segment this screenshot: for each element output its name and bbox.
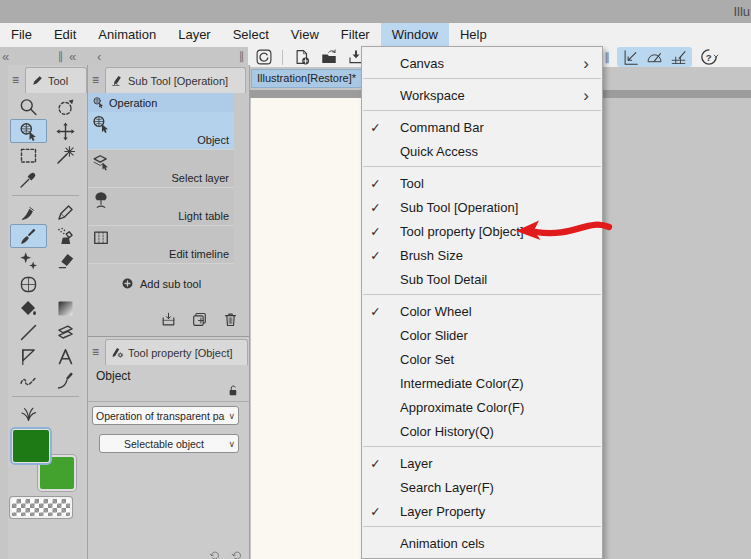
transparent-color-swatch[interactable] bbox=[10, 497, 72, 518]
window-menu-item-animation-cels[interactable]: Animation cels bbox=[362, 531, 602, 555]
add-subtool-button[interactable]: Add sub tool bbox=[88, 277, 234, 290]
window-menu-item-quick-access[interactable]: Quick Access bbox=[362, 139, 602, 163]
subtool-panel-tab[interactable]: Sub Tool [Operation] bbox=[105, 67, 246, 93]
liquify-tool-button[interactable] bbox=[47, 368, 84, 392]
collapse-subtool-panel-icon[interactable]: ‹ bbox=[97, 50, 101, 63]
panel-menu-icon[interactable]: ≡ bbox=[92, 73, 99, 87]
main-color-swatch[interactable] bbox=[10, 427, 52, 465]
delete-subtool-icon[interactable] bbox=[222, 311, 239, 328]
add-subtool-icon[interactable] bbox=[191, 311, 208, 328]
snap-grid-button[interactable] bbox=[669, 48, 688, 67]
check-icon: ✓ bbox=[362, 120, 389, 135]
menu-separator bbox=[362, 107, 602, 115]
submenu-arrow-icon: › bbox=[583, 55, 589, 72]
window-title: Illu bbox=[733, 4, 750, 19]
ruler-tool-button[interactable] bbox=[10, 344, 47, 368]
text-tool-button[interactable] bbox=[47, 344, 84, 368]
menubar-item-layer[interactable]: Layer bbox=[167, 23, 222, 47]
tool-property-tab[interactable]: Tool property [Object] bbox=[105, 339, 248, 365]
pencil-tool-button[interactable] bbox=[47, 200, 84, 224]
airbrush-tool-button[interactable] bbox=[47, 224, 84, 248]
lock-open-icon[interactable] bbox=[225, 383, 240, 398]
grid-tool-button[interactable] bbox=[10, 272, 47, 296]
fill-tool-button[interactable] bbox=[10, 296, 47, 320]
help-button[interactable]: ? bbox=[699, 47, 719, 67]
menu-item-label: Layer bbox=[400, 456, 433, 471]
menubar-item-view[interactable]: View bbox=[280, 23, 330, 47]
eyedropper-tool-button[interactable] bbox=[10, 167, 47, 191]
subtool-list: ObjectSelect layerLight tableEdit timeli… bbox=[88, 112, 249, 264]
transparent-part-dropdown[interactable]: Operation of transparent part ∨ bbox=[92, 406, 239, 425]
subtool-item-light-table[interactable]: Light table bbox=[88, 188, 234, 226]
window-menu-item-tool[interactable]: ✓Tool bbox=[362, 171, 602, 195]
subtool-group-operation[interactable]: Operation bbox=[88, 93, 234, 112]
command-bar-grip-icon[interactable]: ∥ bbox=[239, 51, 245, 62]
move-tool-button[interactable] bbox=[47, 119, 84, 143]
snap-special-ruler-button[interactable] bbox=[645, 48, 664, 67]
fill-tool-icon bbox=[18, 298, 39, 319]
rotate-tool-button[interactable] bbox=[47, 95, 84, 119]
document-tab[interactable]: Illustration[Restore]* bbox=[251, 69, 365, 88]
decoration-tool-icon bbox=[18, 250, 39, 271]
import-subtool-icon[interactable] bbox=[160, 311, 177, 328]
reset-all-icon[interactable] bbox=[230, 548, 244, 559]
subtool-item-select-layer[interactable]: Select layer bbox=[88, 150, 234, 188]
new-document-button[interactable] bbox=[290, 48, 313, 66]
operation-tool-button[interactable] bbox=[10, 119, 47, 143]
menubar-item-window[interactable]: Window bbox=[381, 23, 449, 47]
pen-tool-button[interactable] bbox=[10, 200, 47, 224]
panel-menu-icon[interactable]: ≡ bbox=[92, 345, 99, 359]
menubar-item-animation[interactable]: Animation bbox=[87, 23, 167, 47]
menubar-item-file[interactable]: File bbox=[0, 23, 43, 47]
panel-menu-icon[interactable]: ≡ bbox=[12, 73, 19, 87]
auto-select-tool-button[interactable] bbox=[47, 143, 84, 167]
decoration-tool-button[interactable] bbox=[10, 248, 47, 272]
operation-group-icon bbox=[92, 96, 105, 109]
tool-grid bbox=[8, 93, 87, 425]
frame-border-tool-button[interactable] bbox=[47, 320, 84, 344]
menubar-item-edit[interactable]: Edit bbox=[43, 23, 87, 47]
brush-tool-button[interactable] bbox=[10, 224, 47, 248]
window-menu-item-command-bar[interactable]: ✓Command Bar bbox=[362, 115, 602, 139]
zoom-tool-button[interactable] bbox=[10, 95, 47, 119]
panel-grip-icon[interactable]: ∥ bbox=[58, 51, 64, 62]
subtool-item-label: Light table bbox=[178, 210, 229, 222]
window-menu-item-sub-tool-detail[interactable]: Sub Tool Detail bbox=[362, 267, 602, 291]
subtool-item-edit-timeline[interactable]: Edit timeline bbox=[88, 226, 234, 264]
window-menu-item-color-set[interactable]: Color Set bbox=[362, 347, 602, 371]
grass-tool-button[interactable] bbox=[10, 401, 47, 425]
menu-item-label: Approximate Color(F) bbox=[400, 400, 524, 415]
window-menu-item-workspace[interactable]: Workspace› bbox=[362, 83, 602, 107]
tool-panel-tab[interactable]: Tool bbox=[25, 67, 87, 93]
open-file-button[interactable] bbox=[317, 48, 340, 66]
menubar-item-filter[interactable]: Filter bbox=[330, 23, 381, 47]
selectable-object-dropdown[interactable]: Selectable object ∨ bbox=[99, 434, 239, 453]
reset-icon[interactable] bbox=[208, 548, 222, 559]
menubar-item-select[interactable]: Select bbox=[222, 23, 280, 47]
window-menu-item-layer-property[interactable]: ✓Layer Property bbox=[362, 499, 602, 523]
pen-gear-icon bbox=[111, 346, 124, 359]
window-menu-item-color-history-q[interactable]: Color History(Q) bbox=[362, 419, 602, 443]
collapse-tool-panel-icon[interactable]: « bbox=[69, 50, 76, 63]
eraser-tool-icon bbox=[55, 250, 76, 271]
correct-line-tool-button[interactable] bbox=[10, 368, 47, 392]
subtool-item-object[interactable]: Object bbox=[88, 112, 234, 150]
window-menu-item-canvas[interactable]: Canvas› bbox=[362, 51, 602, 75]
figure-tool-button[interactable] bbox=[10, 320, 47, 344]
edit-timeline-icon bbox=[91, 228, 111, 248]
menu-separator bbox=[362, 163, 602, 171]
window-menu-item-intermediate-color-z[interactable]: Intermediate Color(Z) bbox=[362, 371, 602, 395]
window-menu-item-layer[interactable]: ✓Layer bbox=[362, 451, 602, 475]
window-menu-item-approximate-color-f[interactable]: Approximate Color(F) bbox=[362, 395, 602, 419]
snap-group-grip-icon[interactable]: ∥ bbox=[605, 52, 611, 63]
selection-tool-button[interactable] bbox=[10, 143, 47, 167]
gradient-tool-button[interactable] bbox=[47, 296, 84, 320]
eraser-tool-button[interactable] bbox=[47, 248, 84, 272]
window-menu-item-color-slider[interactable]: Color Slider bbox=[362, 323, 602, 347]
clip-studio-button[interactable] bbox=[252, 48, 275, 66]
collapse-dock-icon[interactable]: « bbox=[2, 50, 9, 63]
window-menu-item-color-wheel[interactable]: ✓Color Wheel bbox=[362, 299, 602, 323]
window-menu-item-search-layer-f[interactable]: Search Layer(F) bbox=[362, 475, 602, 499]
menubar-item-help[interactable]: Help bbox=[449, 23, 498, 47]
snap-ruler-button[interactable] bbox=[621, 48, 640, 67]
